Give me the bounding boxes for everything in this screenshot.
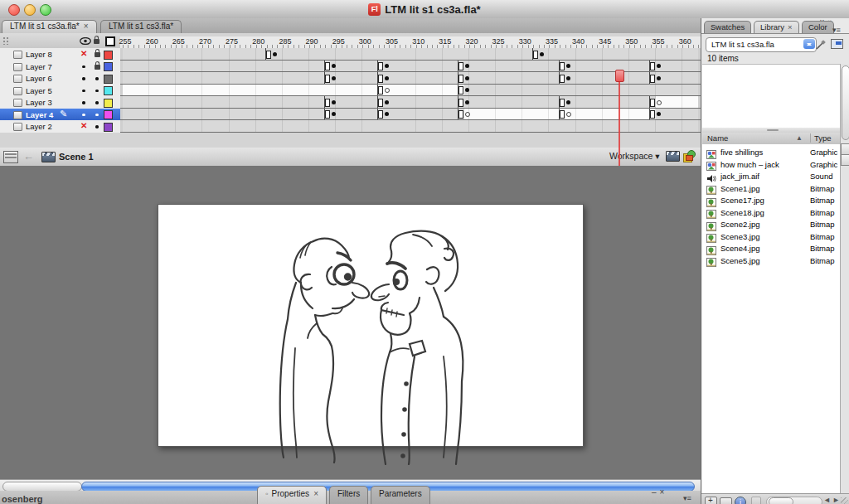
properties-tab-filters[interactable]: Filters (329, 486, 368, 504)
library-item-name[interactable]: jack_jim.aif (720, 172, 759, 181)
library-hscrollbar-track[interactable] (766, 497, 822, 504)
keyframe-filled-dot[interactable] (566, 64, 570, 68)
library-item-name[interactable]: Scene2.jpg (720, 220, 760, 229)
workspace-button[interactable]: Workspace ▾ (609, 151, 660, 161)
frames-row-layer-6[interactable] (120, 72, 701, 85)
layer-outline-color-swatch[interactable] (104, 86, 113, 95)
item-properties-button[interactable]: i (735, 497, 746, 504)
layer-unlocked-dot[interactable] (95, 101, 99, 104)
layer-unlocked-dot[interactable] (95, 90, 99, 93)
keyframe-filled-dot[interactable] (566, 100, 570, 104)
library-item-row[interactable]: Scene17.jpgBitmap (702, 194, 840, 206)
library-item-row[interactable]: how much – jackGraphic (702, 158, 840, 171)
library-item-name[interactable]: Scene18.jpg (720, 208, 764, 217)
frames-row-layer-5[interactable] (120, 85, 701, 97)
outline-all-layers-icon[interactable] (105, 36, 115, 46)
library-item-name[interactable]: how much – jack (720, 160, 779, 169)
layer-unlocked-dot[interactable] (95, 77, 99, 80)
panel-tab-library[interactable]: Library× (754, 21, 799, 34)
library-item-row[interactable]: jack_jim.aifSound (702, 170, 840, 182)
layer-row-layer-6[interactable]: Layer 6 (0, 72, 120, 85)
layer-name[interactable]: Layer 7 (26, 62, 52, 71)
layer-outline-color-swatch[interactable] (104, 51, 113, 60)
library-item-row[interactable]: Scene1.jpgBitmap (702, 182, 840, 195)
layer-row-layer-2[interactable]: Layer 2✕ (0, 120, 120, 133)
scroll-right-arrow-icon[interactable]: ► (832, 496, 840, 504)
pasteboard[interactable] (0, 166, 701, 479)
delete-item-button[interactable] (751, 497, 761, 504)
layer-name[interactable]: Layer 3 (26, 98, 52, 107)
layer-name[interactable]: Layer 8 (26, 50, 52, 59)
frame-span-content[interactable] (464, 85, 699, 96)
layer-locked-icon[interactable] (95, 65, 100, 70)
frame-span-empty[interactable] (123, 85, 464, 96)
title-bar[interactable]: Fl LTM lit s1 cs3a.fla* (0, 0, 849, 19)
properties-tab-parameters[interactable]: Parameters (371, 486, 430, 504)
show-hide-all-layers-icon[interactable] (80, 37, 91, 45)
layer-visible-dot[interactable] (82, 101, 85, 104)
document-tab-0[interactable]: LTM lit s1 cs3a.fla*× (2, 20, 97, 34)
library-item-row[interactable]: Scene2.jpgBitmap (702, 218, 840, 230)
library-item-name[interactable]: Scene5.jpg (720, 256, 760, 265)
column-header-name[interactable]: Name (707, 133, 728, 143)
keyframe-hollow-dot[interactable] (465, 112, 470, 117)
frames-row-layer-3[interactable] (120, 96, 701, 109)
keyframe-filled-dot[interactable] (273, 52, 277, 56)
layer-row-layer-3[interactable]: Layer 3 (0, 96, 120, 109)
panel-grip[interactable] (2, 36, 8, 45)
panel-menu-icon[interactable]: ▾≡ (683, 494, 691, 502)
frame-span-content[interactable] (123, 61, 698, 72)
library-item-row[interactable]: Scene3.jpgBitmap (702, 230, 840, 243)
stage-drawing-two-characters[interactable] (265, 228, 473, 472)
keyframe-filled-dot[interactable] (465, 100, 469, 104)
library-document-select[interactable]: LTM lit s1 cs3a.fla (706, 37, 817, 52)
pin-library-icon[interactable] (816, 40, 827, 50)
frames-row-layer-2[interactable] (120, 120, 701, 133)
layer-name[interactable]: Layer 6 (26, 74, 52, 83)
keyframe-filled-dot[interactable] (657, 76, 661, 80)
frame-span-content[interactable] (123, 109, 464, 120)
layer-unlocked-dot[interactable] (95, 114, 99, 117)
library-preview-pane[interactable] (702, 64, 840, 129)
library-item-name[interactable]: Scene4.jpg (720, 244, 760, 253)
document-tab-1[interactable]: LTM lit s1 cs3.fla* (100, 20, 182, 34)
scroll-left-arrow-icon[interactable]: ◄ (823, 496, 831, 504)
scene-name[interactable]: Scene 1 (59, 152, 94, 162)
layer-outline-color-swatch[interactable] (104, 123, 113, 132)
library-item-row[interactable]: Scene5.jpgBitmap (702, 254, 840, 267)
keyframe-filled-dot[interactable] (332, 64, 336, 68)
frame-span-content[interactable] (123, 48, 698, 60)
frame-span-content[interactable] (123, 72, 698, 84)
layer-outline-color-swatch[interactable] (104, 99, 113, 108)
column-header-type[interactable]: Type (810, 133, 832, 143)
layer-visible-dot[interactable] (82, 65, 85, 69)
layer-outline-color-swatch[interactable] (104, 110, 113, 119)
panel-tab-swatches[interactable]: Swatches (704, 21, 751, 34)
library-item-name[interactable]: Scene3.jpg (720, 232, 760, 241)
timeline-frames-grid[interactable] (120, 48, 701, 133)
lock-all-layers-icon[interactable] (94, 39, 99, 44)
layer-row-layer-7[interactable]: Layer 7 (0, 61, 120, 74)
sort-direction-icon[interactable]: ▲ (796, 134, 803, 142)
library-item-name[interactable]: five shillings (720, 148, 763, 157)
back-arrow-icon[interactable]: ← (23, 150, 34, 162)
panel-minimize-close-icons[interactable]: –× (652, 487, 667, 497)
layer-row-layer-4[interactable]: Layer 4✎ (0, 109, 120, 122)
keyframe-filled-dot[interactable] (465, 76, 469, 80)
frames-row-layer-4[interactable] (120, 109, 701, 121)
layer-unlocked-dot[interactable] (95, 125, 99, 128)
keyframe-filled-dot[interactable] (385, 100, 389, 104)
library-item-row[interactable]: Scene18.jpgBitmap (702, 206, 840, 219)
layer-visible-dot[interactable] (82, 77, 85, 80)
frame-span-content[interactable] (123, 96, 656, 108)
layer-locked-icon[interactable] (95, 52, 100, 57)
keyframe-filled-dot[interactable] (465, 88, 469, 92)
edit-scene-button[interactable] (666, 151, 680, 162)
library-item-row[interactable]: Scene4.jpgBitmap (702, 242, 840, 254)
library-hscrollbar-thumb[interactable] (769, 497, 793, 504)
properties-tab-properties[interactable]: ◦Properties× (257, 486, 327, 504)
new-folder-button[interactable] (720, 497, 732, 504)
frame-span-content[interactable] (656, 109, 698, 120)
keyframe-filled-dot[interactable] (385, 76, 389, 80)
frame-span-content[interactable] (123, 120, 698, 132)
